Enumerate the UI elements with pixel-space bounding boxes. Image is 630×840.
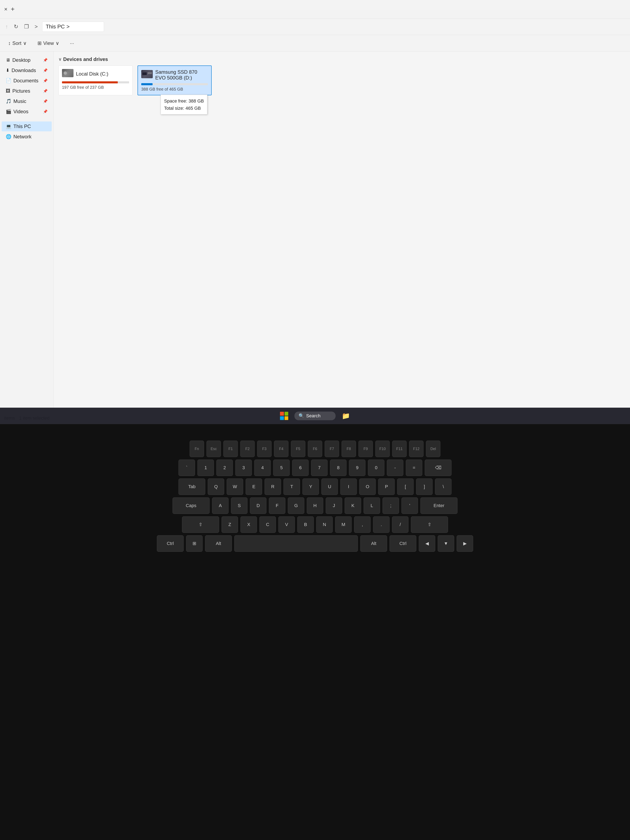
f5-key[interactable]: F5 <box>291 441 305 457</box>
comma-key[interactable]: , <box>354 516 371 533</box>
back-button[interactable]: ↑ <box>4 22 9 31</box>
space-key[interactable] <box>234 535 358 552</box>
u-key[interactable]: U <box>321 478 338 495</box>
1-key[interactable]: 1 <box>197 459 214 476</box>
lalt-key[interactable]: Alt <box>205 535 232 552</box>
l-key[interactable]: L <box>363 497 380 514</box>
del-key[interactable]: Del <box>426 441 441 457</box>
h-key[interactable]: H <box>307 497 323 514</box>
rctrl-key[interactable]: Ctrl <box>390 535 416 552</box>
view-button[interactable]: ⊞ View ∨ <box>34 39 63 48</box>
f7-key[interactable]: F7 <box>325 441 339 457</box>
sidebar-item-desktop[interactable]: 🖥 Desktop 📌 <box>2 55 52 65</box>
i-key[interactable]: I <box>340 478 357 495</box>
g-key[interactable]: G <box>288 497 304 514</box>
lctrl-key[interactable]: Ctrl <box>157 535 184 552</box>
f1-key[interactable]: F1 <box>223 441 238 457</box>
backtick-key[interactable]: ` <box>178 459 195 476</box>
period-key[interactable]: . <box>373 516 390 533</box>
3-key[interactable]: 3 <box>235 459 252 476</box>
tooltip-total-size: Total size: 465 GB <box>164 104 204 112</box>
minus-key[interactable]: - <box>387 459 403 476</box>
f2-key[interactable]: F2 <box>240 441 255 457</box>
equals-key[interactable]: = <box>406 459 422 476</box>
sidebar-item-music[interactable]: 🎵 Music 📌 <box>2 96 52 106</box>
down-arrow-key[interactable]: ▼ <box>438 535 454 552</box>
more-options-button[interactable]: ··· <box>67 39 77 48</box>
esc-key[interactable]: Esc <box>207 441 221 457</box>
sidebar-item-pictures[interactable]: 🖼 Pictures 📌 <box>2 86 52 96</box>
enter-key[interactable]: Enter <box>420 497 458 514</box>
tab-key[interactable]: Tab <box>178 478 205 495</box>
left-arrow-key[interactable]: ◀ <box>419 535 435 552</box>
f3-key[interactable]: F3 <box>257 441 272 457</box>
slash-key[interactable]: / <box>392 516 409 533</box>
rshift-key[interactable]: ⇧ <box>411 516 448 533</box>
f-key[interactable]: F <box>269 497 285 514</box>
fn-key[interactable]: Fn <box>189 441 204 457</box>
sidebar-item-this-pc[interactable]: 💻 This PC <box>2 122 52 131</box>
sidebar-item-network[interactable]: 🌐 Network <box>2 132 52 142</box>
r-key[interactable]: R <box>265 478 281 495</box>
f9-key[interactable]: F9 <box>358 441 373 457</box>
sidebar-item-videos[interactable]: 🎬 Videos 📌 <box>2 107 52 117</box>
k-key[interactable]: K <box>345 497 361 514</box>
c-key[interactable]: C <box>259 516 276 533</box>
w-key[interactable]: W <box>227 478 243 495</box>
n-key[interactable]: N <box>316 516 333 533</box>
f10-key[interactable]: F10 <box>375 441 390 457</box>
taskbar-item-explorer[interactable]: 📁 <box>340 410 352 422</box>
win-key[interactable]: ⊞ <box>186 535 202 552</box>
a-key[interactable]: A <box>212 497 229 514</box>
6-key[interactable]: 6 <box>292 459 309 476</box>
o-key[interactable]: O <box>359 478 376 495</box>
windows-start-button[interactable] <box>278 410 290 422</box>
f6-key[interactable]: F6 <box>308 441 322 457</box>
refresh-button[interactable]: ↻ <box>13 22 20 31</box>
e-key[interactable]: E <box>246 478 262 495</box>
lbracket-key[interactable]: [ <box>397 478 414 495</box>
rbracket-key[interactable]: ] <box>416 478 433 495</box>
8-key[interactable]: 8 <box>330 459 346 476</box>
f8-key[interactable]: F8 <box>341 441 356 457</box>
tab-close-btn[interactable]: × <box>4 6 8 13</box>
s-key[interactable]: S <box>231 497 248 514</box>
t-key[interactable]: T <box>284 478 300 495</box>
x-key[interactable]: X <box>240 516 257 533</box>
sort-button[interactable]: ↕ Sort ∨ <box>5 39 30 48</box>
caps-key[interactable]: Caps <box>172 497 210 514</box>
breadcrumb[interactable]: This PC > <box>42 22 104 32</box>
semicolon-key[interactable]: ; <box>382 497 399 514</box>
taskbar-search[interactable]: 🔍 Search <box>294 412 336 420</box>
4-key[interactable]: 4 <box>254 459 271 476</box>
7-key[interactable]: 7 <box>311 459 328 476</box>
f4-key[interactable]: F4 <box>274 441 289 457</box>
view-toggle-button[interactable]: ❐ <box>23 22 30 31</box>
9-key[interactable]: 9 <box>349 459 365 476</box>
sidebar-item-documents[interactable]: 📄 Documents 📌 <box>2 76 52 86</box>
f11-key[interactable]: F11 <box>392 441 407 457</box>
d-key[interactable]: D <box>250 497 267 514</box>
f12-key[interactable]: F12 <box>409 441 423 457</box>
drive-item-d[interactable]: SSD Samsung SSD 870 EVO 500GB (D:) 388 G… <box>137 65 212 95</box>
right-arrow-key[interactable]: ▶ <box>457 535 473 552</box>
backspace-key[interactable]: ⌫ <box>425 459 452 476</box>
quote-key[interactable]: ' <box>401 497 418 514</box>
b-key[interactable]: B <box>297 516 314 533</box>
j-key[interactable]: J <box>326 497 342 514</box>
tab-add-btn[interactable]: + <box>11 5 14 13</box>
z-key[interactable]: Z <box>221 516 238 533</box>
backslash-key[interactable]: \ <box>435 478 452 495</box>
5-key[interactable]: 5 <box>273 459 290 476</box>
m-key[interactable]: M <box>335 516 352 533</box>
drive-item-c[interactable]: Local Disk (C:) 197 GB free of 237 GB <box>58 65 133 95</box>
q-key[interactable]: Q <box>208 478 224 495</box>
lshift-key[interactable]: ⇧ <box>182 516 219 533</box>
0-key[interactable]: 0 <box>368 459 384 476</box>
y-key[interactable]: Y <box>302 478 319 495</box>
2-key[interactable]: 2 <box>216 459 233 476</box>
v-key[interactable]: V <box>278 516 295 533</box>
sidebar-item-downloads[interactable]: ⬇ Downloads 📌 <box>2 65 52 75</box>
p-key[interactable]: P <box>378 478 395 495</box>
ralt-key[interactable]: Alt <box>360 535 387 552</box>
